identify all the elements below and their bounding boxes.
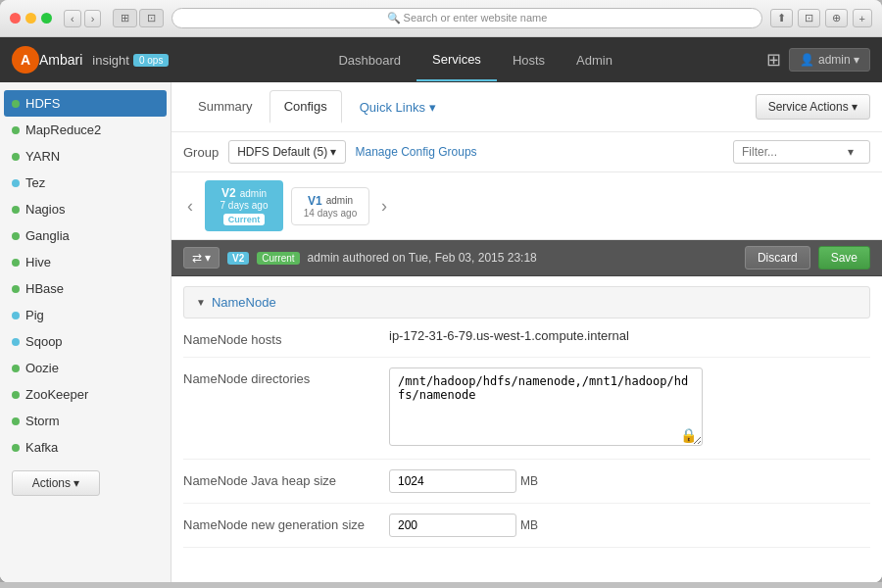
namenode-hosts-label: NameNode hosts	[183, 328, 379, 347]
filter-text-input[interactable]	[742, 145, 840, 159]
sidebar: HDFS MapReduce2 YARN Tez Nagios	[0, 82, 172, 582]
v2-label: V2	[221, 186, 236, 200]
browser-tab-1[interactable]: ⊞	[113, 9, 137, 27]
close-button[interactable]	[10, 13, 21, 24]
status-indicator	[12, 444, 20, 452]
topnav-right: ⊞ 👤 admin ▾	[766, 48, 870, 72]
status-indicator	[12, 153, 20, 161]
namenode-directories-row: NameNode directories /mnt/hadoop/hdfs/na…	[183, 358, 870, 460]
sidebar-actions: Actions ▾	[0, 461, 171, 506]
sidebar-item-ganglia[interactable]: Ganglia	[0, 222, 171, 249]
edit-info-text: admin authored on Tue, Feb 03, 2015 23:1…	[308, 251, 737, 265]
grid-icon[interactable]: ⊞	[766, 49, 781, 71]
maximize-button[interactable]	[41, 13, 52, 24]
namenode-gensize-input[interactable]	[389, 514, 516, 537]
version-v2-card[interactable]: V2 admin 7 days ago Current	[205, 180, 283, 231]
namenode-gensize-value: MB	[389, 514, 870, 537]
sidebar-item-mapreduce2[interactable]: MapReduce2	[0, 117, 171, 143]
textarea-wrapper: /mnt/hadoop/hdfs/namenode,/mnt1/hadoop/h…	[389, 368, 703, 449]
user-icon: 👤	[800, 53, 814, 67]
filter-input[interactable]: ▾	[733, 140, 870, 164]
quick-links-button[interactable]: Quick Links ▾	[360, 100, 436, 115]
namenode-section-header[interactable]: ▼ NameNode	[183, 286, 870, 318]
v1-time: 14 days ago	[302, 208, 359, 219]
version-v1-card[interactable]: V1 admin 14 days ago	[291, 187, 369, 225]
sidebar-item-kafka[interactable]: Kafka	[0, 434, 171, 461]
sidebar-item-yarn[interactable]: YARN	[0, 143, 171, 170]
v2-author: admin	[240, 188, 267, 199]
v2-current-badge: Current	[223, 214, 266, 225]
window-controls	[10, 13, 52, 24]
gensize-unit: MB	[520, 518, 538, 532]
browser-window: ‹ › ⊞ ⊡ 🔍 Search or enter website name ⬆…	[0, 0, 882, 582]
tab-summary[interactable]: Summary	[183, 90, 268, 123]
content-header: Summary Configs Quick Links ▾ Service Ac…	[172, 82, 882, 132]
status-indicator	[12, 179, 20, 187]
next-version-button[interactable]: ›	[377, 194, 391, 219]
v1-label: V1	[308, 194, 322, 208]
edit-current-badge: Current	[257, 252, 299, 265]
namenode-config-section: NameNode hosts ip-172-31-6-79.us-west-1.…	[172, 318, 882, 560]
version-history-bar: ‹ V2 admin 7 days ago Current V1 admin	[172, 172, 882, 240]
service-actions-button[interactable]: Service Actions ▾	[756, 94, 870, 120]
status-indicator	[12, 417, 20, 425]
minimize-button[interactable]	[25, 13, 36, 24]
discard-button[interactable]: Discard	[745, 246, 810, 270]
sidebar-item-pig[interactable]: Pig	[0, 302, 171, 328]
status-indicator	[12, 312, 20, 319]
admin-menu[interactable]: 👤 admin ▾	[789, 48, 870, 72]
edit-dropdown-icon: ▾	[205, 251, 211, 265]
sidebar-item-hbase[interactable]: HBase	[0, 275, 171, 302]
back-button[interactable]: ‹	[64, 10, 81, 27]
heap-input-group: MB	[389, 469, 870, 493]
edit-bar: ⇄ ▾ V2 Current admin authored on Tue, Fe…	[172, 240, 882, 276]
group-label: Group	[183, 145, 219, 160]
share-button[interactable]: ⬆	[770, 9, 793, 27]
sidebar-item-zookeeper[interactable]: ZooKeeper	[0, 381, 171, 408]
sidebar-item-sqoop[interactable]: Sqoop	[0, 328, 171, 355]
sidebar-item-nagios[interactable]: Nagios	[0, 196, 171, 222]
actions-button[interactable]: Actions ▾	[12, 470, 100, 496]
status-indicator	[12, 391, 20, 399]
app-logo: A	[12, 46, 39, 74]
forward-button[interactable]: ›	[84, 10, 102, 27]
namenode-heap-value: MB	[389, 469, 870, 493]
namenode-title: NameNode	[212, 295, 276, 310]
add-button[interactable]: ⊕	[825, 9, 848, 27]
nav-services[interactable]: Services	[416, 39, 497, 81]
namenode-directories-textarea[interactable]: /mnt/hadoop/hdfs/namenode,/mnt1/hadoop/h…	[389, 368, 703, 446]
edit-mode-button[interactable]: ⇄ ▾	[183, 247, 220, 269]
sidebar-item-oozie[interactable]: Oozie	[0, 355, 171, 381]
tab-navigation: Summary Configs	[183, 90, 344, 123]
plus-button[interactable]: +	[853, 9, 872, 27]
namenode-heap-row: NameNode Java heap size MB	[183, 460, 870, 504]
nav-admin[interactable]: Admin	[561, 40, 628, 80]
namenode-heap-input[interactable]	[389, 469, 516, 493]
edit-v2-badge: V2	[227, 252, 249, 265]
group-select[interactable]: HDFS Default (5) ▾	[228, 140, 345, 164]
manage-config-groups-link[interactable]: Manage Config Groups	[356, 145, 477, 159]
browser-tab-2[interactable]: ⊡	[139, 9, 164, 27]
browser-tabs: ⊞ ⊡	[113, 9, 164, 27]
sidebar-item-tez[interactable]: Tez	[0, 170, 171, 196]
sidebar-item-storm[interactable]: Storm	[0, 408, 171, 434]
save-button[interactable]: Save	[818, 246, 870, 270]
tab-configs[interactable]: Configs	[270, 90, 342, 123]
namenode-gensize-label: NameNode new generation size	[183, 514, 379, 532]
edit-icon: ⇄	[192, 251, 202, 265]
filter-dropdown-arrow[interactable]: ▾	[848, 145, 854, 159]
nav-dashboard[interactable]: Dashboard	[322, 40, 416, 80]
v1-author: admin	[326, 195, 353, 206]
status-indicator	[12, 126, 20, 134]
top-navigation: A Ambari insight 0 ops Dashboard Service…	[0, 37, 882, 82]
prev-version-button[interactable]: ‹	[183, 194, 197, 219]
new-window-button[interactable]: ⊡	[798, 9, 820, 27]
gensize-input-group: MB	[389, 514, 870, 537]
address-bar[interactable]: 🔍 Search or enter website name	[172, 8, 761, 28]
sidebar-item-hdfs[interactable]: HDFS	[4, 90, 167, 117]
heap-unit: MB	[520, 474, 538, 488]
sidebar-item-hive[interactable]: Hive	[0, 249, 171, 275]
namenode-directories-label: NameNode directories	[183, 368, 379, 386]
nav-hosts[interactable]: Hosts	[497, 40, 561, 80]
main-layout: HDFS MapReduce2 YARN Tez Nagios	[0, 82, 882, 582]
